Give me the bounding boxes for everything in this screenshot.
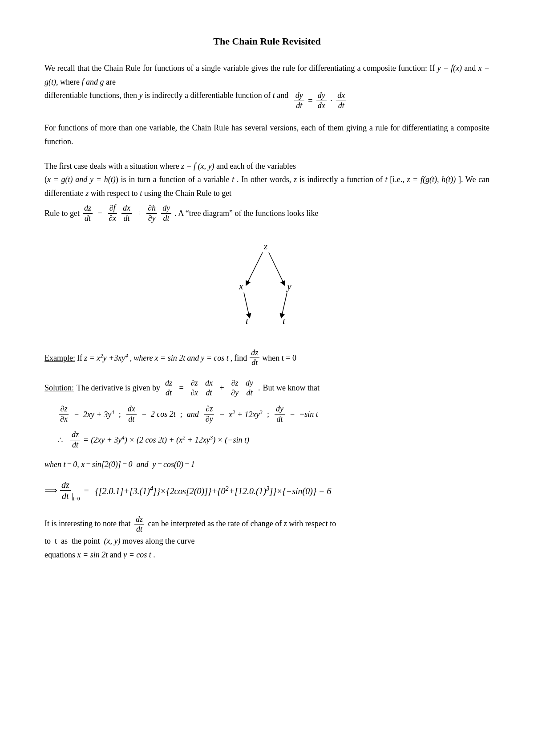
svg-line-6 <box>282 293 287 316</box>
find-text: find <box>234 350 247 366</box>
and-word1: and <box>464 64 478 73</box>
interesting2-text: can be interpreted as the rate of change… <box>148 519 282 528</box>
svg-text:x: x <box>239 280 243 292</box>
intro-paragraph: We recall that the Chain Rule for functi… <box>44 61 490 110</box>
first-case9-text: using the Chain Rule to get <box>144 189 231 198</box>
therefore-sym: ∴ <box>58 432 67 448</box>
eq-sol: = <box>177 383 186 393</box>
eq4: = <box>220 410 224 419</box>
equations-text: equations <box>44 550 77 559</box>
multi-paragraph: For functions of more than one variable,… <box>44 121 490 148</box>
partials-line: ∂z ∂x = 2xy + 3y4; dx dt = 2 cos 2t; and… <box>58 404 490 424</box>
t2: t <box>232 175 234 184</box>
pz-px: ∂z ∂x <box>189 378 199 398</box>
dy-dt: dy dt <box>294 91 304 110</box>
example-line: Example: If z = x2y +3xy4, where x = sin… <box>44 348 490 368</box>
y-fx: y = f(x) <box>437 64 462 73</box>
z-eq-fxy: z = f (x, y) <box>181 162 216 171</box>
first-case3-text: is in turn a function of a variable <box>121 175 229 184</box>
svg-text:z: z <box>263 240 268 252</box>
pf-px: ∂f ∂x <box>107 203 117 223</box>
plus1: + <box>135 207 143 220</box>
svg-text:t: t <box>283 315 286 326</box>
equals1: = <box>306 94 315 108</box>
where-example: where <box>134 350 153 366</box>
eq5: = <box>290 410 295 419</box>
y-cost: y = cos t <box>123 550 151 559</box>
dx-dt-val: 2 cos 2t <box>151 410 176 419</box>
t-text: t <box>273 91 277 100</box>
x-gt2: x = g(t) <box>47 175 73 184</box>
rule-text: Rule to get <box>44 207 80 220</box>
interesting-paragraph: It is interesting to note that dz dt can… <box>44 515 490 561</box>
pz-px2: ∂z ∂x <box>59 404 69 424</box>
first-case-text: The first case deals with a situation wh… <box>44 162 179 171</box>
t3: t <box>385 175 390 184</box>
and-example: and <box>187 350 199 366</box>
dz-dt-sol: dz dt <box>164 378 174 398</box>
dy-dt4: dy dt <box>275 404 285 424</box>
dy-dt-formula: dy dt = dy dx · dx dt <box>293 91 348 110</box>
solution-line1: Solution: The derivative is given by dz … <box>44 378 490 398</box>
but-we-sol: But we know that <box>263 383 320 393</box>
when-line-text: when t = 0, x = sin[2(0)] = 0 <box>44 460 132 469</box>
solution-the: The derivative is given by <box>77 383 160 393</box>
t4: t <box>140 189 144 198</box>
therefore-line: ∴ dz dt = (2xy + 3y4) × (2 cos 2t) + (x2… <box>58 430 490 450</box>
and2: and <box>75 175 90 184</box>
y-ht: y = h(t) <box>90 175 116 184</box>
pz-py-val: x2 + 12xy3 <box>229 409 263 419</box>
dot1: · <box>328 94 335 108</box>
and-sol: and <box>187 410 199 419</box>
and-text: and <box>277 91 288 100</box>
tree-svg: z x y t t <box>218 237 316 330</box>
svg-text:t: t <box>246 315 249 326</box>
dy-dt-val: −sin t <box>299 410 318 419</box>
z-fght: z = f(g(t), h(t)) <box>407 175 456 184</box>
dy-dx: dy dx <box>316 91 327 110</box>
first-case-paragraph: The first case deals with a situation wh… <box>44 159 490 200</box>
are-text: are <box>106 77 116 86</box>
eq3: = <box>142 410 146 419</box>
pz-py2: ∂z ∂y <box>204 404 214 424</box>
intro-text: We recall that the Chain Rule for functi… <box>44 64 427 73</box>
period-sol: . <box>258 383 260 393</box>
ph-py: ∂h ∂y <box>146 203 157 223</box>
implies: ⟹ <box>44 485 57 496</box>
dz-dt-therefore: dz dt <box>70 430 80 450</box>
y-cos-t: y = cos t <box>201 350 229 366</box>
result-val: {[2.0.1]+[3.(1)4]}×{2cos[2(0)]}+{02+[12.… <box>95 485 332 496</box>
svg-line-5 <box>244 293 249 316</box>
eq6: = <box>84 432 88 448</box>
dx-dt-sol: dx dt <box>204 378 214 398</box>
first-case5-text: is indirectly a function of <box>299 175 383 184</box>
first-case8-text: with respect to <box>91 189 138 198</box>
and-when: and <box>134 460 153 469</box>
dx-dt3: dx dt <box>126 404 137 424</box>
pz-px-val: 2xy + 3y4 <box>83 409 114 419</box>
z-interesting: z <box>284 519 289 528</box>
tree-desc: . A “tree diagram” of the functions look… <box>174 207 318 220</box>
x-sin: x = sin 2t <box>155 350 186 366</box>
first-case6-text: [i.e., <box>390 175 404 184</box>
svg-line-2 <box>269 252 284 284</box>
dz-dt-bar: dz dt |t=0 <box>59 480 80 501</box>
interesting8-text: . <box>153 550 155 559</box>
example-label: Example: <box>44 350 75 366</box>
equals2: = <box>96 207 104 220</box>
if-word: If <box>429 64 437 73</box>
when-text: when t = 0 <box>262 350 296 366</box>
dz-dt-ex: dz dt <box>250 348 259 368</box>
f-and-g: f and g <box>81 77 104 86</box>
interesting-text: It is interesting to note that <box>44 519 130 528</box>
solution-label: Solution: <box>44 383 74 393</box>
eq7: = <box>81 485 93 496</box>
pz-py: ∂z ∂y <box>230 378 240 398</box>
dz-dt-interesting: dz dt <box>134 515 144 534</box>
chain-rule-formula-line: Rule to get dz dt = ∂f ∂x dx dt + ∂h ∂y … <box>44 203 490 223</box>
xy-point: (x, y) <box>104 537 121 545</box>
dz-dt-frac: dz dt <box>83 203 93 223</box>
first-case2-text: and each of the variables <box>216 162 296 171</box>
tree-diagram: z x y t t <box>44 237 490 330</box>
dx-dt: dx dt <box>336 91 346 110</box>
